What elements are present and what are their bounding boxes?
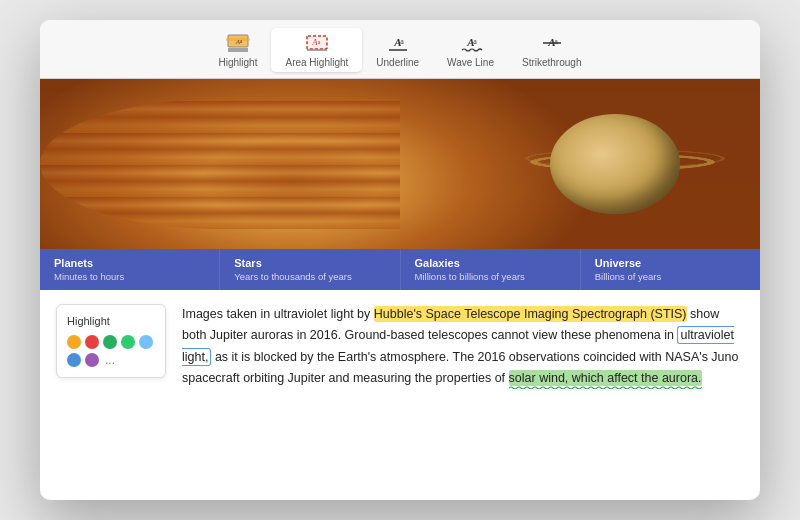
timeline-galaxies-title: Galaxies xyxy=(415,257,566,269)
swatch-red[interactable] xyxy=(85,335,99,349)
saturn-body xyxy=(550,114,680,214)
underline-label: Underline xyxy=(376,57,419,68)
toolbar-item-underline[interactable]: A a Underline xyxy=(362,28,433,72)
swatch-more-button[interactable]: ... xyxy=(103,353,117,367)
timeline-stars: Stars Years to thousands of years xyxy=(220,249,400,290)
saturn-shape xyxy=(500,89,700,249)
toolbar-item-wave-line[interactable]: A a Wave Line xyxy=(433,28,508,72)
swatch-purple[interactable] xyxy=(85,353,99,367)
svg-text:a: a xyxy=(400,37,404,46)
area-highlight-icon: A a xyxy=(303,32,331,54)
swatch-blue[interactable] xyxy=(67,353,81,367)
text-content-area: Highlight ... Images taken in ultraviole… xyxy=(40,290,760,500)
area-highlight-label: Area Highlight xyxy=(285,57,348,68)
wave-line-label: Wave Line xyxy=(447,57,494,68)
toolbar: A a Highlight A a Area Highlight A xyxy=(40,20,760,79)
article-text: Images taken in ultraviolet light by Hub… xyxy=(182,304,740,486)
color-swatches: ... xyxy=(67,335,155,367)
wave-line-icon: A a xyxy=(457,32,485,54)
timeline-stars-title: Stars xyxy=(234,257,385,269)
timeline-galaxies: Galaxies Millions to billions of years xyxy=(401,249,581,290)
highlight-panel-title: Highlight xyxy=(67,315,155,327)
timeline-planets-subtitle: Minutes to hours xyxy=(54,271,205,282)
timeline-universe-subtitle: Billions of years xyxy=(595,271,746,282)
article-wave-solar: solar wind, which affect the aurora. xyxy=(509,370,702,386)
content-area: Planets Minutes to hours Stars Years to … xyxy=(40,79,760,500)
swatch-green-light[interactable] xyxy=(121,335,135,349)
swatch-blue-light[interactable] xyxy=(139,335,153,349)
strikethrough-icon: A a xyxy=(538,32,566,54)
svg-text:a: a xyxy=(318,39,321,45)
highlight-panel: Highlight ... xyxy=(56,304,166,378)
svg-text:a: a xyxy=(473,37,477,46)
space-image xyxy=(40,79,760,249)
strikethrough-label: Strikethrough xyxy=(522,57,581,68)
timeline-stars-subtitle: Years to thousands of years xyxy=(234,271,385,282)
timeline-galaxies-subtitle: Millions to billions of years xyxy=(415,271,566,282)
toolbar-item-highlight[interactable]: A a Highlight xyxy=(205,28,272,72)
jupiter-stripes xyxy=(40,99,400,229)
article-highlight-hubble: Hubble's Space Telescope Imaging Spectro… xyxy=(374,306,687,322)
timeline-universe: Universe Billions of years xyxy=(581,249,760,290)
highlight-label: Highlight xyxy=(219,57,258,68)
swatch-orange[interactable] xyxy=(67,335,81,349)
timeline-planets-title: Planets xyxy=(54,257,205,269)
timeline-planets: Planets Minutes to hours xyxy=(40,249,220,290)
svg-text:a: a xyxy=(554,37,558,46)
toolbar-item-area-highlight[interactable]: A a Area Highlight xyxy=(271,28,362,72)
swatch-green-dark[interactable] xyxy=(103,335,117,349)
svg-text:A: A xyxy=(311,38,317,47)
highlight-icon: A a xyxy=(224,32,252,54)
underline-icon: A a xyxy=(384,32,412,54)
svg-text:a: a xyxy=(240,38,243,44)
article-text-before: Images taken in ultraviolet light by xyxy=(182,307,374,321)
timeline-bar: Planets Minutes to hours Stars Years to … xyxy=(40,249,760,290)
toolbar-item-strikethrough[interactable]: A a Strikethrough xyxy=(508,28,595,72)
main-window: A a Highlight A a Area Highlight A xyxy=(40,20,760,500)
timeline-universe-title: Universe xyxy=(595,257,746,269)
